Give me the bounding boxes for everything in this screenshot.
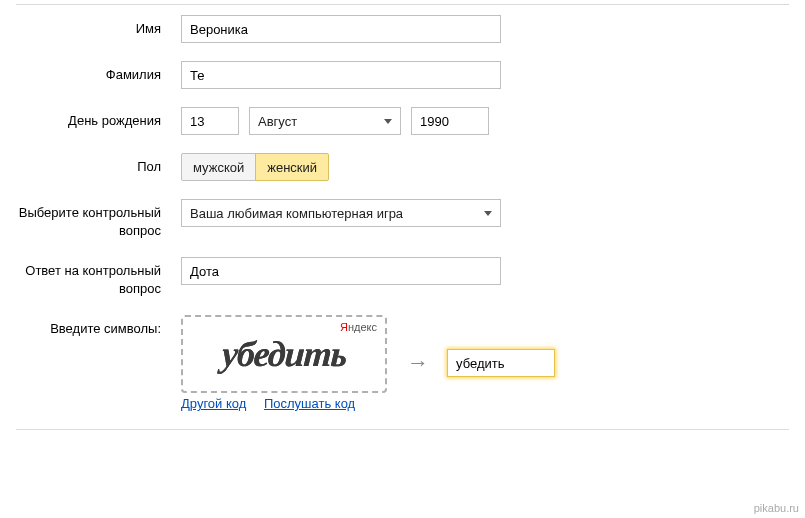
captcha-brand: Яндекс bbox=[340, 321, 377, 333]
row-security-answer: Ответ на контрольный вопрос bbox=[16, 257, 789, 297]
birth-month-select[interactable]: Август bbox=[249, 107, 401, 135]
watermark: pikabu.ru bbox=[754, 502, 799, 514]
label-name: Имя bbox=[16, 15, 181, 38]
row-name: Имя bbox=[16, 15, 789, 43]
gender-male-button[interactable]: мужской bbox=[181, 153, 256, 181]
footer-divider bbox=[16, 429, 789, 430]
row-birthday: День рождения Август bbox=[16, 107, 789, 135]
captcha-listen-link[interactable]: Послушать код bbox=[264, 396, 355, 411]
gender-female-button[interactable]: женский bbox=[255, 153, 329, 181]
security-question-select[interactable]: Ваша любимая компьютерная игра bbox=[181, 199, 501, 227]
label-surname: Фамилия bbox=[16, 61, 181, 84]
captcha-links: Другой код Послушать код bbox=[181, 396, 387, 411]
captcha-input[interactable] bbox=[447, 349, 555, 377]
row-security-question: Выберите контрольный вопрос Ваша любимая… bbox=[16, 199, 789, 239]
security-question-value: Ваша любимая компьютерная игра bbox=[190, 206, 403, 221]
chevron-down-icon bbox=[484, 211, 492, 216]
arrow-right-icon: → bbox=[407, 350, 429, 376]
label-security-question: Выберите контрольный вопрос bbox=[16, 199, 181, 239]
label-security-answer: Ответ на контрольный вопрос bbox=[16, 257, 181, 297]
label-birthday: День рождения bbox=[16, 107, 181, 130]
birth-month-value: Август bbox=[258, 114, 297, 129]
birth-day-input[interactable] bbox=[181, 107, 239, 135]
label-gender: Пол bbox=[16, 153, 181, 176]
label-captcha: Введите символы: bbox=[16, 315, 181, 338]
row-surname: Фамилия bbox=[16, 61, 789, 89]
gender-segmented: мужской женский bbox=[181, 153, 329, 181]
birth-year-input[interactable] bbox=[411, 107, 489, 135]
surname-input[interactable] bbox=[181, 61, 501, 89]
row-gender: Пол мужской женский bbox=[16, 153, 789, 181]
form-container: Имя Фамилия День рождения Август Пол муж… bbox=[16, 4, 789, 411]
captcha-image: Яндекс убедить bbox=[181, 315, 387, 393]
row-captcha: Введите символы: Яндекс убедить Другой к… bbox=[16, 315, 789, 411]
chevron-down-icon bbox=[384, 119, 392, 124]
security-answer-input[interactable] bbox=[181, 257, 501, 285]
name-input[interactable] bbox=[181, 15, 501, 43]
captcha-word: убедить bbox=[220, 333, 347, 375]
captcha-other-code-link[interactable]: Другой код bbox=[181, 396, 246, 411]
